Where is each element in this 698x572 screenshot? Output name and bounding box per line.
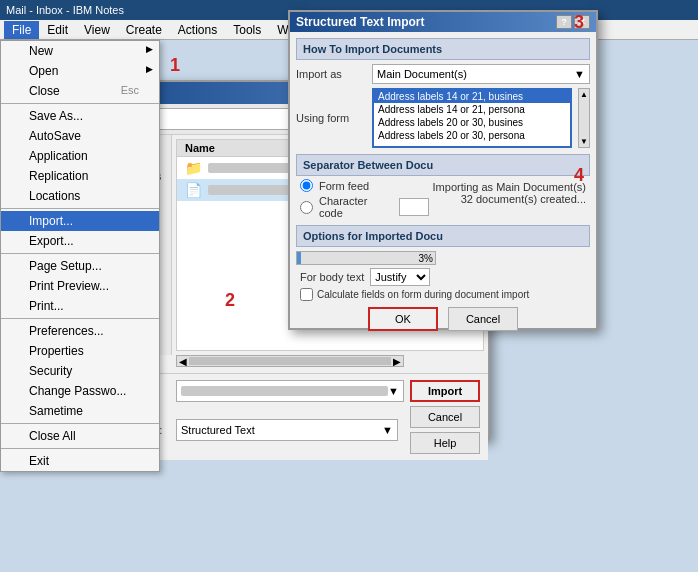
file-menu-import[interactable]: Import... <box>1 211 159 231</box>
struct-title-text: Structured Text Import <box>296 15 424 29</box>
filename-input[interactable]: ▼ <box>176 380 404 402</box>
using-form-listbox[interactable]: Address labels 14 or 21, busines Address… <box>372 88 572 148</box>
file-icon: 📄 <box>185 182 202 198</box>
file-menu-saveas[interactable]: Save As... <box>1 106 159 126</box>
horizontal-scrollbar[interactable]: ◀ ▶ <box>176 355 404 367</box>
file-menu: New Open Close Esc Save As... AutoSave A… <box>0 40 160 472</box>
form-feed-radio[interactable] <box>300 179 313 192</box>
struct-dialog: Structured Text Import ? ✕ How To Import… <box>288 10 598 330</box>
file-menu-printpreview[interactable]: Print Preview... <box>1 276 159 296</box>
status-line1: Importing as Main Document(s) <box>433 181 586 193</box>
badge-4: 4 <box>574 165 584 186</box>
separator-6 <box>1 448 159 449</box>
form-feed-label: Form feed <box>319 180 369 192</box>
form-feed-row: Form feed <box>296 179 429 192</box>
file-menu-exit[interactable]: Exit <box>1 451 159 471</box>
progress-bar-fill <box>297 252 301 264</box>
filename-dropdown-arrow: ▼ <box>388 385 399 397</box>
options-body: 3% For body text Justify Calculate field… <box>290 251 596 301</box>
listbox-item-1[interactable]: Address labels 14 or 21, persona <box>374 103 570 116</box>
file-menu-sametime[interactable]: Sametime <box>1 401 159 421</box>
body-text-dropdown[interactable]: Justify <box>370 268 430 286</box>
options-section: Options for Imported Docu <box>296 225 590 247</box>
help-button[interactable]: Help <box>410 432 480 454</box>
app-title: Mail - Inbox - IBM Notes <box>6 4 124 16</box>
import-as-dropdown[interactable]: Main Document(s) ▼ <box>372 64 590 84</box>
import-as-label: Import as <box>296 68 366 80</box>
listbox-item-0[interactable]: Address labels 14 or 21, busines <box>374 90 570 103</box>
separator-4 <box>1 318 159 319</box>
calc-fields-label: Calculate fields on form during document… <box>317 289 529 300</box>
separator-1 <box>1 103 159 104</box>
badge-3: 3 <box>574 12 584 33</box>
separator-5 <box>1 423 159 424</box>
struct-dialog-help[interactable]: ? <box>556 15 572 29</box>
char-code-label: Character code <box>319 195 393 219</box>
import-as-arrow: ▼ <box>574 68 585 80</box>
menu-tools[interactable]: Tools <box>225 21 269 39</box>
file-menu-open[interactable]: Open <box>1 61 159 81</box>
using-form-row: Using form Address labels 14 or 21, busi… <box>296 88 590 148</box>
char-code-row: Character code 12 <box>296 195 429 219</box>
status-line2: 32 document(s) created... <box>433 193 586 205</box>
dialog-action-buttons: Cancel Help <box>410 406 480 454</box>
file-menu-properties[interactable]: Properties <box>1 341 159 361</box>
separator-2 <box>1 208 159 209</box>
struct-buttons: OK Cancel <box>290 307 596 331</box>
file-menu-pagesetup[interactable]: Page Setup... <box>1 256 159 276</box>
separator-section: Separator Between Docu <box>296 154 590 176</box>
badge-2: 2 <box>225 290 235 311</box>
listbox-item-2[interactable]: Address labels 20 or 30, busines <box>374 116 570 129</box>
separator-3 <box>1 253 159 254</box>
import-as-row: Import as Main Document(s) ▼ <box>296 64 590 84</box>
menu-actions[interactable]: Actions <box>170 21 225 39</box>
scroll-down-arrow[interactable]: ▼ <box>579 136 589 147</box>
status-area: Importing as Main Document(s) 32 documen… <box>429 179 590 207</box>
file-menu-security[interactable]: Security <box>1 361 159 381</box>
listbox-scrollbar[interactable]: ▲ ▼ <box>578 88 590 148</box>
badge-1: 1 <box>170 55 180 76</box>
scroll-up-arrow[interactable]: ▲ <box>579 89 589 100</box>
struct-dialog-title: Structured Text Import ? ✕ <box>290 12 596 32</box>
struct-dialog-controls: ? ✕ <box>556 15 590 29</box>
char-code-radio[interactable] <box>300 201 313 214</box>
calc-fields-checkbox[interactable] <box>300 288 313 301</box>
scroll-right-arrow[interactable]: ▶ <box>391 356 403 367</box>
how-to-section: How To Import Documents <box>296 38 590 60</box>
calc-fields-row: Calculate fields on form during document… <box>296 288 590 301</box>
body-text-row: For body text Justify <box>296 268 590 286</box>
file-menu-closeall[interactable]: Close All <box>1 426 159 446</box>
sep-body: Importing as Main Document(s) 32 documen… <box>290 179 596 219</box>
cancel-button[interactable]: Cancel <box>410 406 480 428</box>
file-menu-export[interactable]: Export... <box>1 231 159 251</box>
file-menu-changepasswd[interactable]: Change Passwo... <box>1 381 159 401</box>
import-as-value: Main Document(s) <box>377 68 467 80</box>
listbox-item-3[interactable]: Address labels 20 or 30, persona <box>374 129 570 142</box>
file-menu-print[interactable]: Print... <box>1 296 159 316</box>
close-shortcut: Esc <box>121 84 139 96</box>
file-menu-locations[interactable]: Locations <box>1 186 159 206</box>
file-menu-close[interactable]: Close Esc <box>1 81 159 101</box>
import-button[interactable]: Import <box>410 380 480 402</box>
file-menu-replication[interactable]: Replication <box>1 166 159 186</box>
file-menu-preferences[interactable]: Preferences... <box>1 321 159 341</box>
char-code-input[interactable]: 12 <box>399 198 429 216</box>
file-menu-autosave[interactable]: AutoSave <box>1 126 159 146</box>
filesoftype-dropdown[interactable]: Structured Text ▼ <box>176 419 398 441</box>
struct-cancel-button[interactable]: Cancel <box>448 307 518 331</box>
filesoftype-value: Structured Text <box>181 424 255 436</box>
menu-edit[interactable]: Edit <box>39 21 76 39</box>
using-form-label: Using form <box>296 112 366 124</box>
menu-file[interactable]: File <box>4 21 39 39</box>
progress-label: 3% <box>419 252 433 266</box>
body-text-label: For body text <box>300 271 364 283</box>
menu-create[interactable]: Create <box>118 21 170 39</box>
file-menu-application[interactable]: Application <box>1 146 159 166</box>
menu-view[interactable]: View <box>76 21 118 39</box>
progress-bar-container: 3% <box>296 251 436 265</box>
folder-icon: 📁 <box>185 160 202 176</box>
struct-body: Import as Main Document(s) ▼ Using form … <box>290 64 596 148</box>
file-menu-new[interactable]: New <box>1 41 159 61</box>
ok-button[interactable]: OK <box>368 307 438 331</box>
scroll-left-arrow[interactable]: ◀ <box>177 356 189 367</box>
